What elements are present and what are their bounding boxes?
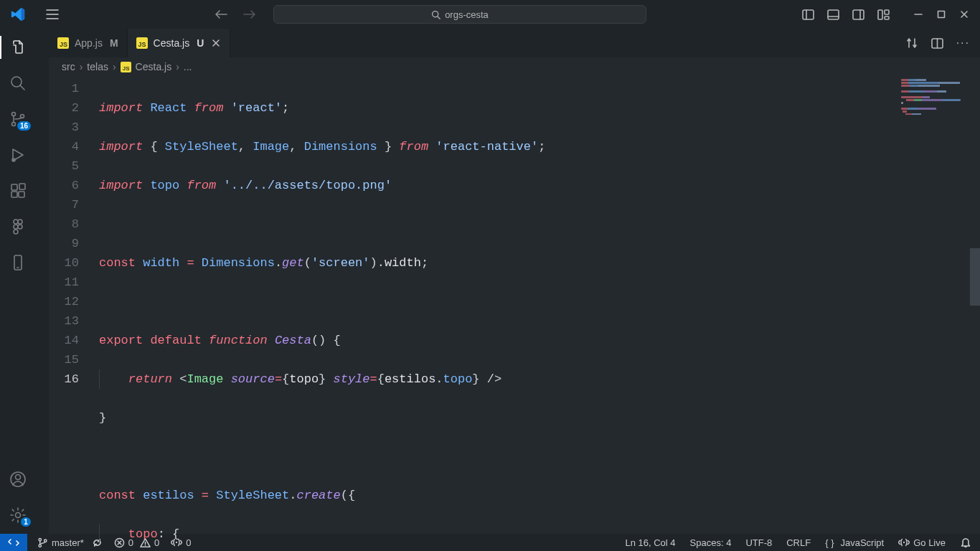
window-close-icon[interactable] [960, 10, 969, 19]
svg-point-19 [14, 225, 18, 229]
svg-point-21 [14, 230, 18, 234]
nav-forward-icon[interactable] [243, 9, 256, 19]
overview-ruler[interactable] [970, 76, 980, 534]
vscode-logo-icon [6, 6, 26, 22]
svg-rect-4 [878, 10, 882, 19]
svg-rect-7 [938, 11, 945, 18]
nav-arrows [215, 9, 256, 19]
workbench: 16 1 JS App.js M [0, 29, 980, 534]
run-debug-icon[interactable] [9, 146, 27, 164]
chevron-right-icon: › [80, 61, 83, 72]
breadcrumb-segment[interactable]: src [62, 61, 75, 72]
chevron-right-icon: › [113, 61, 116, 72]
breadcrumbs[interactable]: src › telas › JS Cesta.js › ... [49, 57, 980, 76]
layout-sidebar-left-icon[interactable] [802, 9, 814, 20]
svg-rect-5 [885, 10, 889, 14]
tab-modified-indicator: M [110, 37, 118, 49]
layout-sidebar-right-icon[interactable] [852, 9, 864, 20]
settings-badge: 1 [21, 517, 31, 527]
source-control-icon[interactable]: 16 [9, 110, 27, 128]
chevron-right-icon: › [176, 61, 179, 72]
explorer-icon[interactable] [9, 39, 27, 56]
nav-back-icon[interactable] [215, 9, 227, 19]
tab-cesta-js[interactable]: JS Cesta.js U [128, 29, 231, 57]
tab-label: Cesta.js [154, 37, 190, 49]
svg-rect-14 [11, 192, 17, 197]
svg-rect-15 [19, 192, 24, 197]
search-icon [431, 10, 440, 19]
editor-group: JS App.js M JS Cesta.js U ··· src › tela… [49, 29, 980, 534]
js-file-icon: JS [136, 37, 148, 49]
breadcrumb-segment[interactable]: Cesta.js [136, 61, 172, 72]
minimap[interactable] [894, 76, 980, 534]
command-center[interactable]: orgs-cesta [273, 5, 646, 24]
svg-rect-13 [11, 184, 17, 190]
go-live-button[interactable]: Go Live [898, 537, 946, 548]
svg-rect-3 [853, 10, 864, 19]
code-area: 1234 5678 9101112 13141516 import React … [49, 76, 980, 534]
breadcrumb-segment[interactable]: ... [184, 61, 192, 72]
notifications-icon[interactable] [960, 537, 971, 548]
svg-point-24 [16, 475, 21, 480]
device-icon[interactable] [9, 254, 27, 271]
remote-button[interactable] [0, 534, 27, 551]
compare-changes-icon[interactable] [905, 37, 918, 50]
scm-badge: 16 [17, 121, 31, 131]
tab-label: App.js [75, 37, 103, 49]
search-activity-icon[interactable] [9, 75, 27, 92]
settings-gear-icon[interactable]: 1 [9, 507, 27, 524]
svg-rect-1 [803, 10, 814, 19]
svg-rect-6 [885, 17, 889, 19]
svg-point-32 [903, 542, 905, 543]
more-actions-icon[interactable]: ··· [956, 37, 970, 50]
editor-tabs: JS App.js M JS Cesta.js U ··· [49, 29, 980, 57]
sidebar-collapsed[interactable] [36, 29, 49, 534]
svg-point-17 [14, 220, 18, 224]
figma-icon[interactable] [9, 218, 27, 235]
js-file-icon: JS [57, 37, 69, 49]
menu-icon[interactable] [46, 9, 59, 19]
command-center-text: orgs-cesta [445, 9, 489, 20]
tab-close-icon[interactable] [211, 38, 221, 48]
customize-layout-icon[interactable] [877, 9, 890, 20]
tab-untracked-indicator: U [197, 37, 204, 49]
breadcrumb-segment[interactable]: telas [87, 61, 108, 72]
scrollbar-slider[interactable] [970, 248, 980, 306]
branch-name: master* [52, 537, 84, 548]
git-branch-status[interactable]: master* [37, 537, 103, 548]
svg-rect-16 [19, 184, 25, 189]
code-content[interactable]: import React from 'react'; import { Styl… [99, 76, 894, 534]
activity-bar: 16 1 [0, 29, 36, 534]
svg-rect-2 [828, 10, 839, 19]
svg-point-25 [16, 513, 21, 518]
js-file-icon: JS [121, 62, 131, 72]
layout-panel-icon[interactable] [827, 9, 839, 20]
svg-point-20 [18, 225, 22, 229]
svg-point-18 [18, 220, 22, 224]
split-editor-icon[interactable] [931, 38, 943, 49]
title-actions [802, 9, 974, 20]
tab-actions: ··· [905, 29, 980, 57]
extensions-icon[interactable] [9, 182, 27, 199]
accounts-icon[interactable] [9, 471, 27, 488]
line-number-gutter: 1234 5678 9101112 13141516 [49, 76, 99, 534]
window-minimize-icon[interactable] [914, 10, 923, 19]
title-bar: orgs-cesta [0, 0, 980, 29]
window-maximize-icon[interactable] [937, 10, 946, 19]
tab-app-js[interactable]: JS App.js M [49, 29, 128, 57]
